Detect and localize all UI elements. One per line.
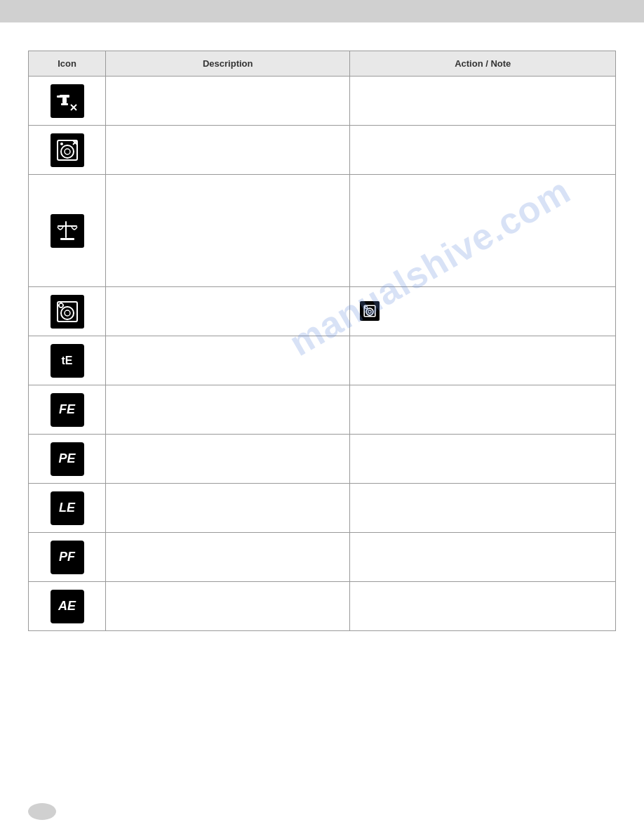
svg-rect-2	[61, 103, 68, 105]
action-fe	[350, 385, 616, 435]
description-le	[106, 484, 350, 533]
description-fe	[106, 385, 350, 435]
icon-cell-pe: PE	[29, 435, 106, 484]
description-pf	[106, 533, 350, 582]
description-pe	[106, 435, 350, 484]
action-pf	[350, 533, 616, 582]
pe-badge: PE	[51, 442, 84, 476]
description-te	[106, 336, 350, 385]
washer-settings-icon	[51, 295, 84, 329]
svg-point-8	[65, 149, 70, 154]
icon-cell-le: LE	[29, 484, 106, 533]
icon-cell-ae: AE	[29, 582, 106, 631]
action-faucet	[350, 77, 616, 126]
table-row	[29, 287, 616, 336]
description-washer-settings	[106, 287, 350, 336]
svg-point-16	[61, 307, 74, 319]
icon-cell-te: tE	[29, 336, 106, 385]
action-washer-settings	[350, 287, 616, 336]
svg-point-7	[61, 145, 74, 158]
svg-point-17	[65, 310, 70, 316]
col-header-description: Description	[106, 51, 350, 77]
description-ae	[106, 582, 350, 631]
table-row	[29, 77, 616, 126]
error-codes-table: Icon Description Action / Note	[28, 51, 616, 631]
description-scale	[106, 175, 350, 287]
page-content: manualshive.com Icon Description Action …	[0, 51, 644, 659]
action-ae	[350, 582, 616, 631]
action-scale	[350, 175, 616, 287]
ae-badge: AE	[51, 590, 84, 623]
table-row: AE	[29, 582, 616, 631]
table-row: PE	[29, 435, 616, 484]
washer-icon	[51, 133, 84, 167]
table-row	[29, 126, 616, 175]
fe-badge: FE	[51, 393, 84, 427]
pf-badge: PF	[51, 541, 84, 574]
icon-cell-fe: FE	[29, 385, 106, 435]
svg-rect-1	[62, 98, 67, 103]
footer-bubble	[28, 803, 56, 820]
te-badge: tE	[51, 344, 84, 378]
svg-rect-12	[65, 221, 67, 238]
table-row: FE	[29, 385, 616, 435]
action-washer	[350, 126, 616, 175]
description-washer	[106, 126, 350, 175]
col-header-icon: Icon	[29, 51, 106, 77]
svg-rect-13	[60, 238, 74, 240]
svg-rect-3	[57, 95, 62, 98]
svg-point-9	[60, 143, 63, 145]
icon-cell-washer	[29, 126, 106, 175]
action-te	[350, 336, 616, 385]
table-row	[29, 175, 616, 287]
col-header-action: Action / Note	[350, 51, 616, 77]
svg-rect-15	[58, 302, 77, 322]
icon-cell-faucet	[29, 77, 106, 126]
table-row: LE	[29, 484, 616, 533]
description-faucet	[106, 77, 350, 126]
table-row: tE	[29, 336, 616, 385]
small-washer-icon	[360, 301, 380, 321]
header-bar	[0, 0, 644, 22]
icon-cell-washer-settings	[29, 287, 106, 336]
svg-point-25	[368, 310, 371, 313]
action-le	[350, 484, 616, 533]
scale-icon	[51, 214, 84, 248]
le-badge: LE	[51, 491, 84, 525]
svg-rect-14	[58, 225, 77, 227]
faucet-icon	[51, 84, 84, 118]
table-row: PF	[29, 533, 616, 582]
action-pe	[350, 435, 616, 484]
svg-point-24	[366, 308, 373, 315]
icon-cell-pf: PF	[29, 533, 106, 582]
icon-cell-scale	[29, 175, 106, 287]
